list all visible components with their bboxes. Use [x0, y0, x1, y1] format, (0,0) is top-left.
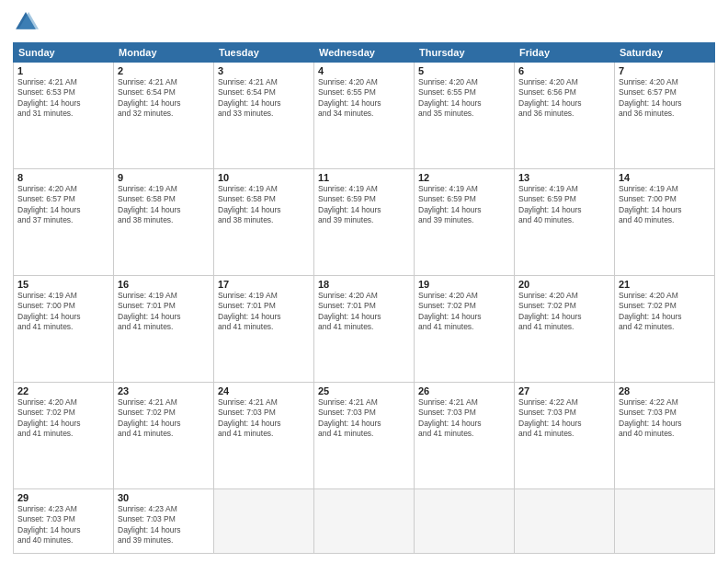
- day-number: 22: [17, 385, 109, 396]
- day-info: Sunrise: 4:20 AM Sunset: 6:55 PM Dayligh…: [418, 77, 510, 120]
- day-info: Sunrise: 4:23 AM Sunset: 7:03 PM Dayligh…: [17, 504, 109, 546]
- day-info: Sunrise: 4:19 AM Sunset: 6:59 PM Dayligh…: [418, 184, 510, 226]
- calendar-day: 3Sunrise: 4:21 AM Sunset: 6:54 PM Daylig…: [214, 63, 314, 169]
- day-info: Sunrise: 4:23 AM Sunset: 7:03 PM Dayligh…: [118, 504, 210, 546]
- day-info: Sunrise: 4:19 AM Sunset: 6:58 PM Dayligh…: [218, 184, 310, 226]
- calendar-day: [515, 489, 615, 554]
- calendar-day: 29Sunrise: 4:23 AM Sunset: 7:03 PM Dayli…: [14, 489, 114, 554]
- calendar-week-row: 29Sunrise: 4:23 AM Sunset: 7:03 PM Dayli…: [14, 489, 715, 554]
- day-info: Sunrise: 4:21 AM Sunset: 7:03 PM Dayligh…: [318, 397, 410, 440]
- day-number: 23: [118, 385, 210, 396]
- day-number: 25: [318, 385, 410, 396]
- calendar-day: [214, 489, 314, 554]
- weekday-header: Sunday: [14, 43, 114, 63]
- day-info: Sunrise: 4:20 AM Sunset: 6:57 PM Dayligh…: [17, 184, 109, 226]
- day-number: 3: [218, 65, 310, 76]
- day-number: 20: [518, 279, 610, 290]
- page: SundayMondayTuesdayWednesdayThursdayFrid…: [0, 0, 728, 563]
- day-number: 7: [619, 65, 711, 76]
- calendar-week-row: 22Sunrise: 4:20 AM Sunset: 7:02 PM Dayli…: [14, 383, 715, 489]
- day-number: 2: [118, 65, 210, 76]
- calendar-day: 8Sunrise: 4:20 AM Sunset: 6:57 PM Daylig…: [14, 169, 114, 276]
- calendar-day: 27Sunrise: 4:22 AM Sunset: 7:03 PM Dayli…: [515, 383, 615, 489]
- calendar-day: 28Sunrise: 4:22 AM Sunset: 7:03 PM Dayli…: [615, 383, 715, 489]
- day-number: 9: [118, 172, 210, 183]
- calendar-table: SundayMondayTuesdayWednesdayThursdayFrid…: [13, 42, 715, 554]
- calendar-day: 26Sunrise: 4:21 AM Sunset: 7:03 PM Dayli…: [415, 383, 515, 489]
- calendar-day: [615, 489, 715, 554]
- calendar-day: 10Sunrise: 4:19 AM Sunset: 6:58 PM Dayli…: [214, 169, 314, 276]
- day-info: Sunrise: 4:21 AM Sunset: 6:54 PM Dayligh…: [118, 77, 210, 120]
- day-number: 19: [418, 279, 510, 290]
- day-number: 24: [218, 385, 310, 396]
- day-number: 12: [418, 172, 510, 183]
- calendar-week-row: 15Sunrise: 4:19 AM Sunset: 7:00 PM Dayli…: [14, 276, 715, 383]
- weekday-header: Tuesday: [214, 43, 314, 63]
- calendar-day: 14Sunrise: 4:19 AM Sunset: 7:00 PM Dayli…: [615, 169, 715, 276]
- day-number: 30: [118, 492, 210, 503]
- calendar-day: 24Sunrise: 4:21 AM Sunset: 7:03 PM Dayli…: [214, 383, 314, 489]
- day-info: Sunrise: 4:19 AM Sunset: 6:59 PM Dayligh…: [518, 184, 610, 226]
- calendar-day: 11Sunrise: 4:19 AM Sunset: 6:59 PM Dayli…: [314, 169, 415, 276]
- calendar-week-row: 1Sunrise: 4:21 AM Sunset: 6:53 PM Daylig…: [14, 63, 715, 169]
- day-info: Sunrise: 4:21 AM Sunset: 7:02 PM Dayligh…: [118, 397, 210, 440]
- calendar-day: 4Sunrise: 4:20 AM Sunset: 6:55 PM Daylig…: [314, 63, 415, 169]
- day-info: Sunrise: 4:19 AM Sunset: 6:59 PM Dayligh…: [318, 184, 410, 226]
- calendar-day: 1Sunrise: 4:21 AM Sunset: 6:53 PM Daylig…: [14, 63, 114, 169]
- day-info: Sunrise: 4:20 AM Sunset: 6:56 PM Dayligh…: [518, 77, 610, 120]
- header: [13, 9, 715, 35]
- day-number: 21: [619, 279, 711, 290]
- calendar-day: 16Sunrise: 4:19 AM Sunset: 7:01 PM Dayli…: [114, 276, 214, 383]
- calendar-day: 18Sunrise: 4:20 AM Sunset: 7:01 PM Dayli…: [314, 276, 415, 383]
- weekday-header: Monday: [114, 43, 214, 63]
- weekday-header: Friday: [515, 43, 615, 63]
- calendar-day: 15Sunrise: 4:19 AM Sunset: 7:00 PM Dayli…: [14, 276, 114, 383]
- day-number: 1: [17, 65, 109, 76]
- calendar-day: 21Sunrise: 4:20 AM Sunset: 7:02 PM Dayli…: [615, 276, 715, 383]
- day-number: 8: [17, 172, 109, 183]
- day-info: Sunrise: 4:20 AM Sunset: 7:02 PM Dayligh…: [518, 291, 610, 333]
- day-number: 13: [518, 172, 610, 183]
- day-info: Sunrise: 4:21 AM Sunset: 6:53 PM Dayligh…: [17, 77, 109, 120]
- weekday-header-row: SundayMondayTuesdayWednesdayThursdayFrid…: [14, 43, 715, 63]
- day-info: Sunrise: 4:22 AM Sunset: 7:03 PM Dayligh…: [619, 397, 711, 440]
- calendar-day: 30Sunrise: 4:23 AM Sunset: 7:03 PM Dayli…: [114, 489, 214, 554]
- day-info: Sunrise: 4:20 AM Sunset: 7:02 PM Dayligh…: [619, 291, 711, 333]
- calendar-day: [415, 489, 515, 554]
- calendar-day: 6Sunrise: 4:20 AM Sunset: 6:56 PM Daylig…: [515, 63, 615, 169]
- calendar-week-row: 8Sunrise: 4:20 AM Sunset: 6:57 PM Daylig…: [14, 169, 715, 276]
- day-number: 11: [318, 172, 410, 183]
- day-info: Sunrise: 4:20 AM Sunset: 6:55 PM Dayligh…: [318, 77, 410, 120]
- day-number: 28: [619, 385, 711, 396]
- day-number: 10: [218, 172, 310, 183]
- day-info: Sunrise: 4:19 AM Sunset: 7:00 PM Dayligh…: [619, 184, 711, 226]
- logo-icon: [13, 9, 39, 35]
- calendar-day: [314, 489, 415, 554]
- day-number: 18: [318, 279, 410, 290]
- calendar-day: 17Sunrise: 4:19 AM Sunset: 7:01 PM Dayli…: [214, 276, 314, 383]
- calendar-day: 19Sunrise: 4:20 AM Sunset: 7:02 PM Dayli…: [415, 276, 515, 383]
- weekday-header: Wednesday: [314, 43, 415, 63]
- day-info: Sunrise: 4:19 AM Sunset: 7:00 PM Dayligh…: [17, 291, 109, 333]
- calendar-day: 25Sunrise: 4:21 AM Sunset: 7:03 PM Dayli…: [314, 383, 415, 489]
- calendar-day: 12Sunrise: 4:19 AM Sunset: 6:59 PM Dayli…: [415, 169, 515, 276]
- calendar-day: 22Sunrise: 4:20 AM Sunset: 7:02 PM Dayli…: [14, 383, 114, 489]
- day-number: 17: [218, 279, 310, 290]
- calendar-day: 2Sunrise: 4:21 AM Sunset: 6:54 PM Daylig…: [114, 63, 214, 169]
- day-info: Sunrise: 4:19 AM Sunset: 6:58 PM Dayligh…: [118, 184, 210, 226]
- day-info: Sunrise: 4:21 AM Sunset: 7:03 PM Dayligh…: [418, 397, 510, 440]
- calendar-day: 7Sunrise: 4:20 AM Sunset: 6:57 PM Daylig…: [615, 63, 715, 169]
- day-number: 14: [619, 172, 711, 183]
- day-number: 4: [318, 65, 410, 76]
- day-number: 29: [17, 492, 109, 503]
- calendar-day: 5Sunrise: 4:20 AM Sunset: 6:55 PM Daylig…: [415, 63, 515, 169]
- weekday-header: Thursday: [415, 43, 515, 63]
- calendar-day: 13Sunrise: 4:19 AM Sunset: 6:59 PM Dayli…: [515, 169, 615, 276]
- day-info: Sunrise: 4:22 AM Sunset: 7:03 PM Dayligh…: [518, 397, 610, 440]
- day-number: 6: [518, 65, 610, 76]
- day-info: Sunrise: 4:21 AM Sunset: 7:03 PM Dayligh…: [218, 397, 310, 440]
- day-info: Sunrise: 4:20 AM Sunset: 7:02 PM Dayligh…: [17, 397, 109, 440]
- day-number: 26: [418, 385, 510, 396]
- day-number: 27: [518, 385, 610, 396]
- calendar-day: 23Sunrise: 4:21 AM Sunset: 7:02 PM Dayli…: [114, 383, 214, 489]
